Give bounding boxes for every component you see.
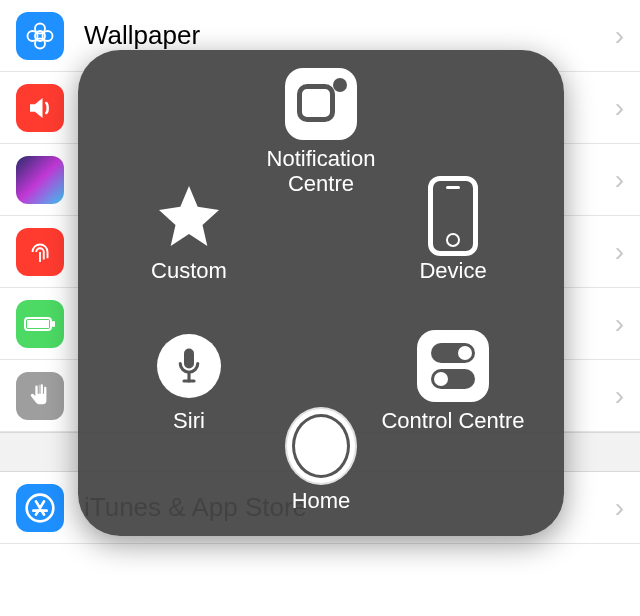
svg-point-4	[43, 31, 53, 41]
chevron-right-icon: ›	[615, 492, 624, 524]
svg-rect-7	[27, 320, 49, 328]
assistive-item-label: Control Centre	[381, 408, 524, 433]
sounds-icon	[16, 84, 64, 132]
svg-point-3	[28, 31, 38, 41]
battery-icon	[16, 300, 64, 348]
assistive-item-siri[interactable]: Siri	[114, 330, 264, 433]
chevron-right-icon: ›	[615, 308, 624, 340]
assistive-item-device[interactable]: Device	[378, 180, 528, 283]
control-centre-icon	[417, 330, 489, 402]
siri-icon	[16, 156, 64, 204]
assistive-item-notification-centre[interactable]: Notification Centre	[246, 68, 396, 197]
notification-centre-icon	[285, 68, 357, 140]
star-icon	[153, 180, 225, 252]
privacy-icon	[16, 372, 64, 420]
assistive-item-label: Home	[292, 488, 351, 513]
assistive-item-label: Siri	[173, 408, 205, 433]
assistive-item-label: Device	[419, 258, 486, 283]
assistive-item-label: Custom	[151, 258, 227, 283]
device-icon	[417, 180, 489, 252]
appstore-icon	[16, 484, 64, 532]
settings-row-label: Wallpaper	[84, 20, 615, 51]
home-button-icon	[285, 410, 357, 482]
chevron-right-icon: ›	[615, 164, 624, 196]
chevron-right-icon: ›	[615, 236, 624, 268]
chevron-right-icon: ›	[615, 380, 624, 412]
svg-rect-9	[184, 349, 194, 369]
chevron-right-icon: ›	[615, 20, 624, 52]
chevron-right-icon: ›	[615, 92, 624, 124]
touchid-icon	[16, 228, 64, 276]
assistive-item-custom[interactable]: Custom	[114, 180, 264, 283]
wallpaper-icon	[16, 12, 64, 60]
siri-mic-icon	[153, 330, 225, 402]
assistive-item-home[interactable]: Home	[246, 410, 396, 513]
assistive-item-control-centre[interactable]: Control Centre	[378, 330, 528, 433]
assistive-item-label: Notification Centre	[246, 146, 396, 197]
assistivetouch-panel: Notification Centre Custom Device Siri	[78, 50, 564, 536]
svg-rect-6	[52, 321, 55, 327]
